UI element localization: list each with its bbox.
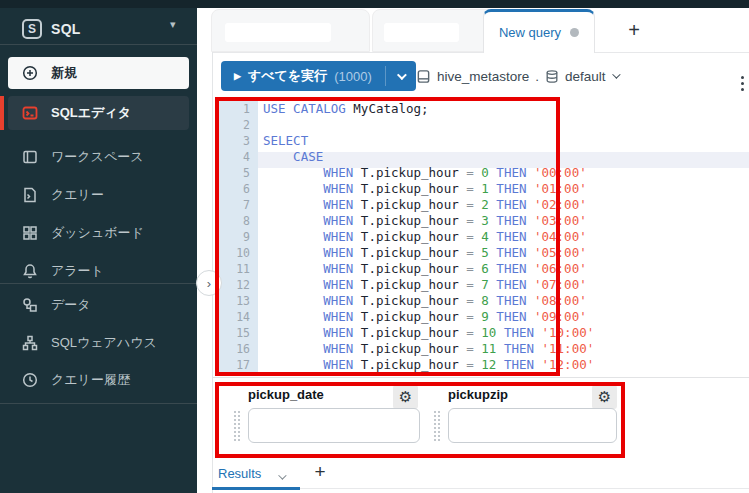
app-logo[interactable]: S SQL xyxy=(22,14,81,44)
kebab-menu-button[interactable] xyxy=(735,68,749,98)
sidebar-item-label: アラート xyxy=(51,262,104,280)
line-number: 2 xyxy=(219,117,258,133)
warehouse-cluster-icon xyxy=(21,334,39,352)
redacted-tab-title xyxy=(225,23,331,42)
sql-logo-icon: S xyxy=(22,19,42,39)
sidebar-item-queries[interactable]: クエリー xyxy=(8,180,189,210)
parameter-gear-button[interactable]: ⚙ xyxy=(393,385,418,409)
code-line[interactable]: WHEN T.pickup_hour = 7 THEN '07:00' xyxy=(263,277,594,293)
sidebar-item-label: クエリー xyxy=(51,186,104,204)
bell-icon xyxy=(21,262,39,280)
sidebar-item-alerts[interactable]: アラート xyxy=(8,256,189,286)
database-icon xyxy=(545,69,559,84)
code-line[interactable]: WHEN T.pickup_hour = 1 THEN '01:00' xyxy=(263,181,594,197)
code-line[interactable]: USE CATALOG MyCatalog; xyxy=(263,101,594,117)
run-options-dropdown[interactable] xyxy=(386,61,416,91)
results-tab-label: Results xyxy=(218,466,261,481)
sidebar-item-new[interactable]: 新規 xyxy=(8,57,189,89)
line-number: 17 xyxy=(219,357,258,373)
sidebar-item-dashboards[interactable]: ダッシュボード xyxy=(8,218,189,248)
line-number: 6 xyxy=(219,181,258,197)
code-line[interactable]: WHEN T.pickup_hour = 6 THEN '06:00' xyxy=(263,261,594,277)
catalog-schema-picker[interactable]: hive_metastore . default xyxy=(416,63,618,89)
code-line[interactable]: WHEN T.pickup_hour = 9 THEN '09:00' xyxy=(263,309,594,325)
sql-editor[interactable]: 1234567891011121314151617 USE CATALOG My… xyxy=(213,97,749,373)
code-line[interactable]: WHEN T.pickup_hour = 5 THEN '05:00' xyxy=(263,245,594,261)
add-results-tab-button[interactable]: + xyxy=(308,460,332,484)
drag-handle[interactable] xyxy=(433,410,442,442)
query-file-icon xyxy=(21,186,39,204)
code-lines[interactable]: USE CATALOG MyCatalog;SELECT CASE WHEN T… xyxy=(263,101,594,373)
unsaved-dot-icon xyxy=(570,28,579,37)
sidebar-item-label: ワークスペース xyxy=(51,148,144,166)
tab-new-query[interactable]: New query xyxy=(483,9,595,53)
sidebar-item-data[interactable]: データ xyxy=(8,290,189,320)
sidebar-item-query-history[interactable]: クエリー履歴 xyxy=(8,365,189,395)
line-number: 16 xyxy=(219,341,258,357)
code-line[interactable] xyxy=(263,117,594,133)
line-number-gutter: 1234567891011121314151617 xyxy=(219,101,258,373)
results-dropdown[interactable] xyxy=(278,466,284,484)
app-logo-label: SQL xyxy=(51,21,81,37)
code-line[interactable]: WHEN T.pickup_hour = 0 THEN '00:00' xyxy=(263,165,594,181)
workspace-switcher-caret-icon[interactable]: ▾ xyxy=(170,18,176,31)
parameter-gear-button[interactable]: ⚙ xyxy=(592,385,617,409)
expand-panel-button[interactable]: › xyxy=(196,270,222,296)
clock-icon xyxy=(21,371,39,389)
sidebar-item-label: 新規 xyxy=(51,64,77,82)
play-icon: ▶ xyxy=(234,71,241,81)
line-number: 1 xyxy=(219,101,258,117)
add-tab-button[interactable]: + xyxy=(620,16,648,44)
top-strip xyxy=(0,0,749,8)
code-line[interactable]: WHEN T.pickup_hour = 11 THEN '11:00' xyxy=(263,341,594,357)
line-number: 11 xyxy=(219,261,258,277)
tabbar-bottom-border xyxy=(213,52,749,53)
query-tab-redacted[interactable] xyxy=(211,9,370,52)
sidebar-divider xyxy=(0,403,197,404)
sidebar-divider xyxy=(0,44,197,45)
active-item-indicator xyxy=(0,96,4,130)
schema-name: default xyxy=(565,69,606,84)
run-all-button[interactable]: ▶ すべてを実行 (1000) xyxy=(221,61,416,91)
code-line[interactable]: WHEN T.pickup_hour = 12 THEN '12:00' xyxy=(263,357,594,373)
line-number: 10 xyxy=(219,245,258,261)
redacted-tab-title xyxy=(384,23,459,42)
gear-icon: ⚙ xyxy=(399,388,412,406)
sidebar-item-label: SQLエディタ xyxy=(51,104,131,122)
line-number: 14 xyxy=(219,309,258,325)
line-number: 12 xyxy=(219,277,258,293)
catalog-name: hive_metastore xyxy=(437,69,529,84)
line-number: 7 xyxy=(219,197,258,213)
sidebar-item-label: ダッシュボード xyxy=(51,224,144,242)
sidebar-item-label: データ xyxy=(51,296,91,314)
code-line[interactable]: CASE xyxy=(263,149,594,165)
results-tab[interactable]: Results xyxy=(218,461,261,485)
code-line[interactable]: WHEN T.pickup_hour = 3 THEN '03:00' xyxy=(263,213,594,229)
catalog-icon xyxy=(416,69,431,84)
tab-label: New query xyxy=(499,25,561,40)
query-tab-redacted[interactable] xyxy=(372,9,497,52)
line-number: 3 xyxy=(219,133,258,149)
code-line[interactable]: WHEN T.pickup_hour = 8 THEN '08:00' xyxy=(263,293,594,309)
code-line[interactable]: WHEN T.pickup_hour = 4 THEN '04:00' xyxy=(263,229,594,245)
sidebar-item-sql-editor[interactable]: SQLエディタ xyxy=(8,96,189,130)
sidebar: S SQL ▾ 新規 SQLエディタ ワークスペース xyxy=(0,8,197,493)
line-number: 9 xyxy=(219,229,258,245)
parameter-input-pickup-date[interactable] xyxy=(248,408,420,443)
chevron-down-icon xyxy=(278,471,286,479)
parameter-name: pickup_date xyxy=(248,387,324,402)
line-number: 15 xyxy=(219,325,258,341)
code-line[interactable]: WHEN T.pickup_hour = 2 THEN '02:00' xyxy=(263,197,594,213)
parameter-name: pickupzip xyxy=(448,387,508,402)
code-line[interactable]: SELECT xyxy=(263,133,594,149)
run-all-label: すべてを実行 xyxy=(248,67,327,85)
line-number: 5 xyxy=(219,165,258,181)
code-line[interactable]: WHEN T.pickup_hour = 10 THEN '10:00' xyxy=(263,325,594,341)
drag-handle[interactable] xyxy=(233,410,242,442)
sidebar-item-sql-warehouses[interactable]: SQLウェアハウス xyxy=(8,328,189,358)
editor-params-divider xyxy=(213,377,749,378)
run-limit-count: (1000) xyxy=(334,69,372,84)
parameter-input-pickupzip[interactable] xyxy=(448,408,617,443)
active-results-tab-indicator xyxy=(212,487,300,490)
sidebar-item-workspace[interactable]: ワークスペース xyxy=(8,142,189,172)
